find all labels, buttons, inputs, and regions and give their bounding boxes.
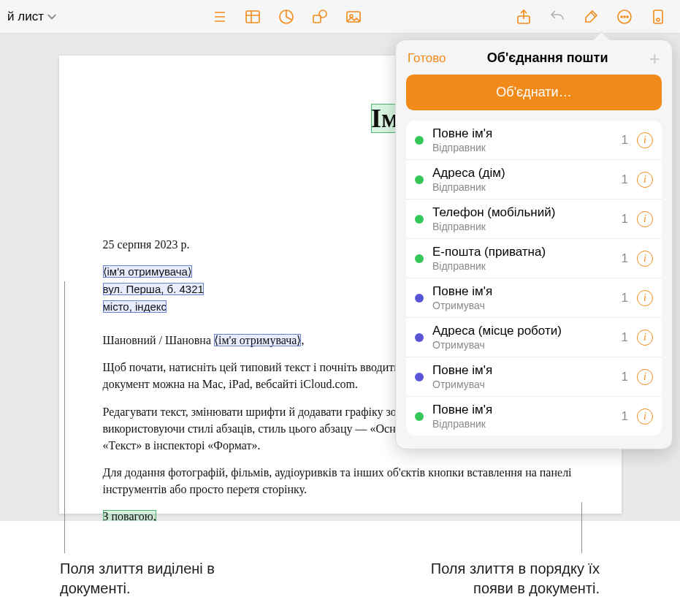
toolbar: й лист (0, 0, 680, 34)
callout-left: Поля злиття виділені в документі. (60, 559, 221, 598)
field-name: Е-пошта (приватна) (432, 245, 613, 259)
field-color-dot (415, 215, 424, 224)
field-count: 1 (622, 370, 628, 384)
merge-field-row[interactable]: Повне ім'яВідправник1i (406, 121, 662, 160)
svg-point-12 (657, 18, 660, 21)
recipient-city-field[interactable]: місто, індекс (103, 300, 167, 313)
more-icon[interactable] (610, 3, 639, 31)
mail-merge-panel: Готово Об'єднання пошти + Об'єднати… Пов… (395, 39, 673, 449)
field-source: Відправник (432, 142, 613, 153)
salutation-name-field[interactable]: ⟨ім'я отримувача⟩ (214, 334, 301, 346)
field-count: 1 (622, 212, 628, 227)
merge-field-row[interactable]: Адреса (місце роботи)Отримувач1i (406, 318, 662, 357)
field-source: Відправник (432, 181, 613, 193)
field-name: Адреса (дім) (432, 166, 613, 180)
field-source: Отримувач (432, 339, 613, 351)
field-color-dot (415, 136, 424, 145)
merge-button[interactable]: Об'єднати… (406, 75, 662, 110)
field-source: Відправник (432, 260, 613, 272)
document-title[interactable]: й лист (7, 9, 64, 24)
merge-field-row[interactable]: Повне ім'яВідправник1i (406, 397, 662, 436)
document-title-text: й лист (7, 9, 44, 24)
merge-field-row[interactable]: Е-пошта (приватна)Відправник1i (406, 239, 662, 278)
chevron-down-icon[interactable] (47, 12, 57, 22)
field-name: Телефон (мобільний) (432, 205, 613, 220)
merge-field-row[interactable]: Телефон (мобільний)Відправник1i (406, 199, 662, 239)
undo-icon[interactable] (543, 3, 572, 31)
merge-field-row[interactable]: Повне ім'яОтримувач1i (406, 357, 662, 397)
info-icon[interactable]: i (637, 172, 653, 188)
recipient-name-field[interactable]: ⟨ім'я отримувача⟩ (103, 265, 192, 278)
field-source: Відправник (432, 221, 613, 232)
format-brush-icon[interactable] (576, 3, 605, 31)
svg-point-10 (627, 16, 628, 18)
field-color-dot (415, 333, 424, 342)
field-source: Отримувач (432, 300, 613, 311)
field-name: Адреса (місце роботи) (432, 324, 613, 338)
chart-icon[interactable] (272, 3, 301, 31)
add-field-button[interactable]: + (649, 51, 660, 66)
merge-field-row[interactable]: Повне ім'яОтримувач1i (406, 278, 662, 318)
field-color-dot (415, 175, 424, 184)
field-name: Повне ім'я (432, 403, 613, 417)
merge-field-row[interactable]: Адреса (дім)Відправник1i (406, 160, 662, 199)
field-count: 1 (622, 409, 628, 424)
info-icon[interactable]: i (637, 290, 653, 306)
field-source: Відправник (432, 418, 613, 430)
info-icon[interactable]: i (637, 251, 653, 267)
field-name: Повне ім'я (432, 284, 613, 299)
field-color-dot (415, 373, 424, 381)
field-count: 1 (622, 133, 628, 148)
field-name: Повне ім'я (432, 126, 613, 141)
info-icon[interactable]: i (637, 211, 653, 227)
sig-field[interactable]: З повагою, (103, 510, 156, 521)
share-icon[interactable] (509, 3, 538, 31)
field-color-dot (415, 254, 424, 263)
info-icon[interactable]: i (637, 408, 653, 425)
svg-rect-0 (246, 11, 259, 23)
merge-fields-list: Повне ім'яВідправник1iАдреса (дім)Відпра… (406, 121, 662, 436)
svg-point-9 (624, 16, 625, 18)
panel-title: Об'єднання пошти (487, 50, 608, 66)
done-button[interactable]: Готово (408, 51, 446, 66)
info-icon[interactable]: i (637, 132, 653, 148)
field-count: 1 (622, 330, 628, 345)
media-icon[interactable] (339, 3, 368, 31)
info-icon[interactable]: i (637, 369, 653, 385)
field-color-dot (415, 294, 424, 303)
field-count: 1 (622, 172, 628, 187)
body-paragraph-3[interactable]: Для додання фотографій, фільмів, аудіоур… (103, 464, 578, 498)
field-name: Повне ім'я (432, 363, 613, 378)
svg-point-8 (621, 16, 622, 18)
info-icon[interactable]: i (637, 330, 653, 346)
field-source: Отримувач (432, 379, 613, 390)
shapes-icon[interactable] (305, 3, 335, 31)
field-count: 1 (622, 251, 628, 266)
recipient-street-field[interactable]: вул. Перша, б. 4321 (103, 283, 204, 295)
field-count: 1 (622, 291, 628, 305)
list-icon[interactable] (205, 3, 234, 31)
document-options-icon[interactable] (643, 3, 673, 31)
field-color-dot (415, 412, 424, 421)
table-icon[interactable] (238, 3, 267, 31)
svg-point-3 (319, 10, 326, 18)
callout-right: Поля злиття в порядку їх появи в докумен… (410, 559, 600, 598)
